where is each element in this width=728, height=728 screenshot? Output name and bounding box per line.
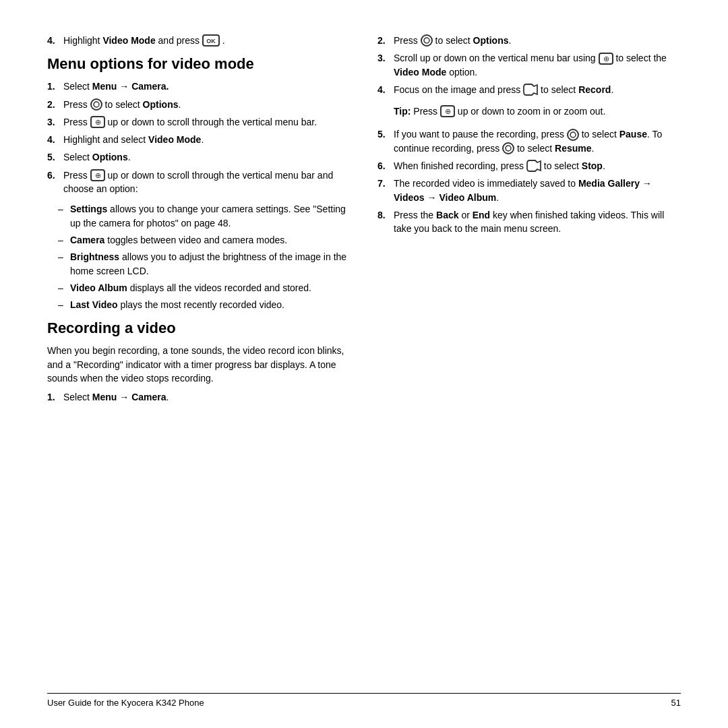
menu-icon-s1s2	[90, 98, 102, 111]
nav-icon-s1s3: ⊕	[90, 116, 105, 128]
sub-item-settings: – Settings allows you to change your cam…	[58, 202, 351, 230]
menu-icon-r5b	[502, 142, 514, 154]
section2-heading: Recording a video	[47, 320, 351, 337]
svg-point-15	[570, 132, 576, 138]
r-step-8: 8. Press the Back or End key when finish…	[377, 208, 681, 236]
r-step-6: 6. When finished recording, press to sel…	[377, 159, 681, 173]
sub-item-camera: – Camera toggles between video and camer…	[58, 233, 351, 247]
sub-item-brightness: – Brightness allows you to adjust the br…	[58, 250, 351, 278]
cam-icon-r6	[526, 160, 541, 172]
r-step-5: 5. If you want to pause the recording, p…	[377, 127, 681, 155]
step-num-top4: 4.	[47, 34, 63, 47]
footer-row: User Guide for the Kyocera K342 Phone 51	[47, 698, 681, 708]
r-tip: Tip: Press ⊕ up or down to zoom in or zo…	[394, 100, 681, 122]
right-column: 2. Press to select Options. 3. Scroll	[377, 34, 681, 693]
svg-text:⊕: ⊕	[94, 171, 100, 179]
rec-step-1: 1. Select Menu → Camera.	[47, 390, 351, 404]
svg-text:OK: OK	[206, 38, 216, 44]
footer-divider	[47, 693, 681, 694]
cam-icon-r4	[523, 84, 538, 96]
sub-item-video-album: – Video Album displays all the videos re…	[58, 281, 351, 295]
ok-icon: OK	[202, 34, 220, 47]
footer-right: 51	[671, 698, 681, 708]
step-6: 6. Press ⊕ up or down to scroll through …	[47, 169, 351, 196]
step-3: 3. Press ⊕ up or down to scroll through …	[47, 115, 351, 129]
section1-steps: 1. Select Menu → Camera. 2. Press to sel…	[47, 80, 351, 195]
menu-icon-r5a	[567, 129, 579, 141]
svg-point-3	[94, 102, 99, 107]
section1-heading: Menu options for video mode	[47, 55, 351, 73]
step-text-top4: Highlight Video Mode and press OK .	[63, 34, 225, 47]
step-1: 1. Select Menu → Camera.	[47, 80, 351, 93]
step-5: 5. Select Options.	[47, 150, 351, 164]
r-step-2: 2. Press to select Options.	[377, 34, 681, 47]
svg-text:⊕: ⊕	[444, 107, 450, 115]
r-step-4: 4. Focus on the image and press to selec…	[377, 83, 681, 96]
nav-icon-s1s6: ⊕	[90, 169, 105, 181]
footer-left: User Guide for the Kyocera K342 Phone	[47, 698, 204, 708]
sub-list: – Settings allows you to change your cam…	[58, 202, 351, 311]
step-2: 2. Press to select Options.	[47, 98, 351, 111]
content-area: 4. Highlight Video Mode and press OK . M…	[47, 34, 681, 693]
nav-icon-r3: ⊕	[599, 53, 613, 65]
menu-icon-r2	[421, 34, 433, 47]
r-step-7: 7. The recorded video is immediately sav…	[377, 177, 681, 204]
left-column: 4. Highlight Video Mode and press OK . M…	[47, 34, 351, 693]
svg-text:⊕: ⊕	[603, 55, 609, 63]
nav-icon-tip: ⊕	[440, 105, 455, 117]
svg-point-17	[506, 146, 511, 151]
footer-area: User Guide for the Kyocera K342 Phone 51	[47, 693, 681, 708]
right-steps: 2. Press to select Options. 3. Scroll	[377, 34, 681, 236]
step-4: 4. Highlight and select Video Mode.	[47, 133, 351, 146]
page: 4. Highlight Video Mode and press OK . M…	[0, 0, 728, 728]
svg-point-9	[424, 38, 429, 43]
svg-text:⊕: ⊕	[94, 118, 100, 126]
r-step-3: 3. Scroll up or down on the vertical men…	[377, 51, 681, 79]
section2-intro: When you begin recording, a tone sounds,…	[47, 344, 351, 385]
top-step-4: 4. Highlight Video Mode and press OK .	[47, 34, 351, 47]
sub-item-last-video: – Last Video plays the most recently rec…	[58, 298, 351, 311]
